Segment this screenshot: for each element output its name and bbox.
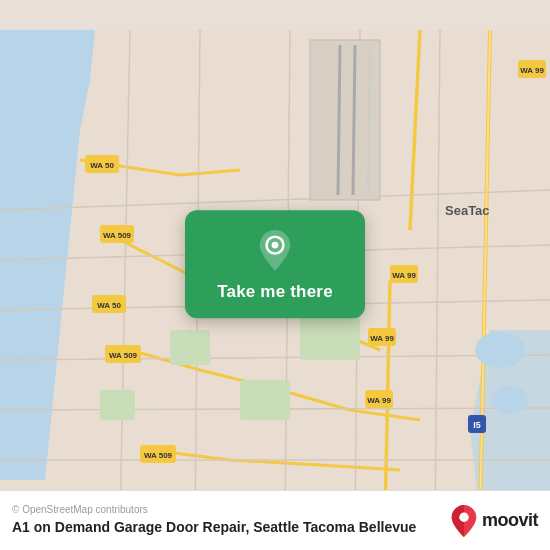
svg-rect-22	[240, 380, 290, 420]
moovit-logo: moovit	[450, 504, 538, 538]
business-name: A1 on Demand Garage Door Repair, Seattle…	[12, 518, 440, 536]
take-me-there-button[interactable]: Take me there	[185, 210, 365, 318]
svg-text:WA 99: WA 99	[392, 271, 416, 280]
svg-point-49	[459, 512, 468, 521]
svg-line-18	[353, 45, 355, 195]
moovit-pin-icon	[450, 504, 478, 538]
bottom-info: © OpenStreetMap contributors A1 on Deman…	[12, 504, 440, 536]
moovit-text: moovit	[482, 510, 538, 531]
svg-text:WA 509: WA 509	[144, 451, 173, 460]
bottom-bar: © OpenStreetMap contributors A1 on Deman…	[0, 490, 550, 550]
svg-text:WA 99: WA 99	[520, 66, 544, 75]
svg-point-24	[475, 332, 525, 368]
attribution-text: © OpenStreetMap contributors	[12, 504, 148, 515]
svg-text:WA 50: WA 50	[97, 301, 121, 310]
svg-text:WA 50: WA 50	[90, 161, 114, 170]
svg-text:WA 509: WA 509	[103, 231, 132, 240]
svg-point-48	[272, 242, 279, 249]
svg-text:I5: I5	[473, 420, 481, 430]
svg-rect-21	[170, 330, 210, 365]
map-container: WA 509 WA 50 WA 50 WA 509 WA 509 WA 99 W…	[0, 0, 550, 550]
svg-point-25	[492, 386, 528, 414]
location-pin-icon	[253, 228, 297, 272]
svg-text:WA 509: WA 509	[109, 351, 138, 360]
svg-text:WA 99: WA 99	[370, 334, 394, 343]
svg-text:SeaTac: SeaTac	[445, 203, 490, 218]
attribution: © OpenStreetMap contributors	[12, 504, 440, 515]
svg-text:WA 99: WA 99	[367, 396, 391, 405]
svg-rect-23	[100, 390, 135, 420]
take-me-there-label: Take me there	[217, 282, 333, 302]
svg-line-17	[338, 45, 340, 195]
